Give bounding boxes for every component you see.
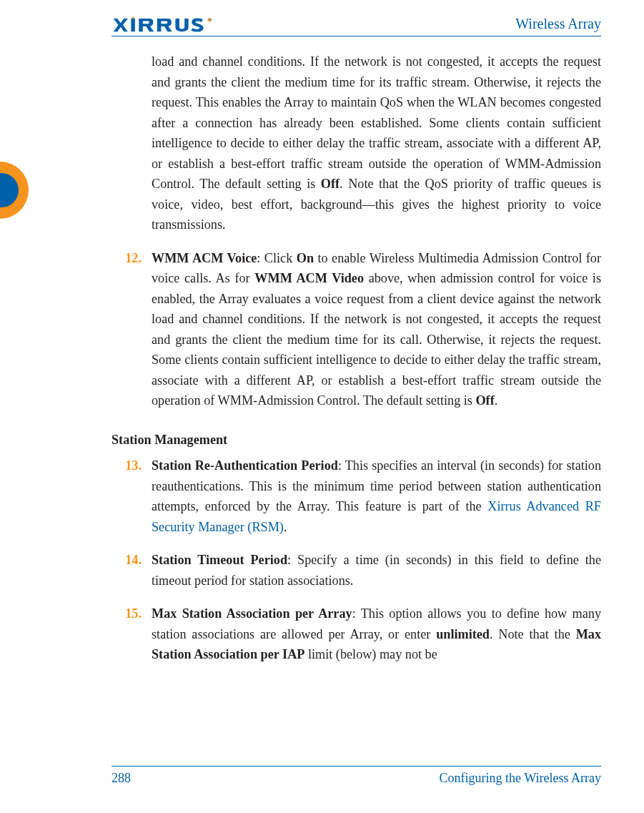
svg-point-1 bbox=[132, 17, 134, 19]
list-item-14: 14. Station Timeout Period: Specify a ti… bbox=[112, 550, 601, 591]
body-text: : Click bbox=[257, 251, 296, 265]
item-title: WMM ACM Voice bbox=[152, 251, 257, 265]
ref-wmm-acm-video: WMM ACM Video bbox=[254, 271, 364, 285]
body-text: above, when admission control for voice … bbox=[152, 271, 601, 408]
numbered-list: 12. WMM ACM Voice: Click On to enable Wi… bbox=[112, 248, 601, 411]
body-text: load and channel conditions. If the netw… bbox=[152, 54, 601, 191]
numbered-list: 13. Station Re-Authentication Period: Th… bbox=[112, 455, 601, 665]
page-footer: 288 Configuring the Wireless Array bbox=[112, 766, 601, 786]
section-heading-station-management: Station Management bbox=[112, 430, 601, 450]
item-number: 14. bbox=[116, 550, 142, 571]
list-item-15: 15. Max Station Association per Array: T… bbox=[112, 603, 601, 665]
page: ® Wireless Array load and channel condit… bbox=[0, 0, 644, 813]
continuation-paragraph: load and channel conditions. If the netw… bbox=[112, 51, 601, 235]
chapter-title: Configuring the Wireless Array bbox=[440, 771, 601, 786]
footer-row: 288 Configuring the Wireless Array bbox=[112, 771, 601, 786]
item-number: 15. bbox=[116, 603, 142, 624]
page-header: ® Wireless Array bbox=[0, 17, 644, 43]
body-text: . Note that the bbox=[490, 627, 576, 641]
item-number: 12. bbox=[116, 248, 142, 269]
value-off: Off bbox=[475, 393, 494, 408]
header-rule bbox=[112, 36, 601, 36]
body-text: . bbox=[284, 520, 287, 534]
footer-rule bbox=[112, 766, 601, 767]
page-number: 288 bbox=[112, 771, 131, 786]
list-item-12: 12. WMM ACM Voice: Click On to enable Wi… bbox=[112, 248, 601, 411]
vendor-logo: ® bbox=[112, 17, 216, 33]
body-text: . bbox=[495, 393, 498, 408]
item-number: 13. bbox=[116, 455, 142, 476]
value-unlimited: unlimited bbox=[436, 627, 490, 641]
svg-text:®: ® bbox=[209, 18, 212, 22]
item-title: Station Timeout Period bbox=[152, 553, 287, 567]
body-text: limit (below) may not be bbox=[304, 647, 437, 661]
page-body: load and channel conditions. If the netw… bbox=[112, 51, 601, 678]
value-off: Off bbox=[321, 177, 340, 191]
list-item-13: 13. Station Re-Authentication Period: Th… bbox=[112, 455, 601, 537]
value-on: On bbox=[297, 251, 314, 265]
document-title: Wireless Array bbox=[515, 16, 601, 32]
svg-rect-0 bbox=[131, 19, 134, 31]
item-title: Max Station Association per Array bbox=[152, 606, 352, 621]
item-title: Station Re-Authentication Period bbox=[152, 458, 338, 473]
